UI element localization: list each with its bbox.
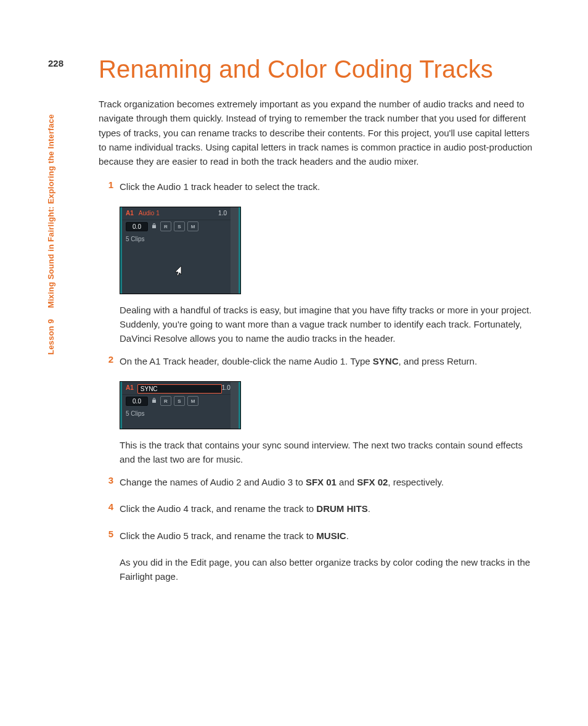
track-color-strip-right bbox=[239, 382, 240, 429]
solo-button[interactable]: S bbox=[174, 396, 185, 406]
text-run: , respectively. bbox=[388, 477, 444, 487]
text-run: On the A1 Track header, double-click the… bbox=[120, 356, 373, 366]
bold-run: DRUM HITS bbox=[316, 503, 367, 514]
track-header-row[interactable]: A1 1.0 bbox=[122, 382, 231, 394]
mute-button[interactable]: M bbox=[187, 396, 198, 406]
step-body: Click the Audio 1 track header to select… bbox=[120, 179, 539, 200]
record-arm-button[interactable]: R bbox=[160, 221, 171, 231]
side-lesson-label: Lesson 9 bbox=[46, 319, 55, 355]
step-number: 5 bbox=[99, 529, 120, 549]
track-id-label: A1 bbox=[126, 210, 134, 217]
paragraph: This is the track that contains your syn… bbox=[120, 438, 539, 467]
step-number: 3 bbox=[99, 475, 120, 495]
text-run: Click the Audio 4 track, and rename the … bbox=[120, 503, 316, 514]
intro-paragraph: Track organization becomes extremely imp… bbox=[99, 97, 539, 168]
track-color-strip-right bbox=[239, 207, 240, 294]
step-1: 1 Click the Audio 1 track header to sele… bbox=[99, 179, 539, 200]
text-run: . bbox=[368, 503, 370, 514]
text-run: Click the Audio 5 track, and rename the … bbox=[120, 530, 316, 541]
bold-run: MUSIC bbox=[316, 530, 346, 541]
solo-button[interactable]: S bbox=[174, 221, 185, 231]
explain-after-step-2: This is the track that contains your syn… bbox=[120, 438, 539, 467]
side-running-head: Lesson 9 Mixing Sound in Fairlight: Expl… bbox=[46, 114, 55, 355]
side-chapter-title: Mixing Sound in Fairlight: Exploring the… bbox=[46, 114, 55, 308]
bold-run: SFX 02 bbox=[357, 477, 388, 487]
step-body: Change the names of Audio 2 and Audio 3 … bbox=[120, 475, 539, 495]
bold-run: SFX 01 bbox=[306, 477, 337, 487]
page-number: 228 bbox=[48, 58, 63, 68]
step-number: 2 bbox=[99, 354, 120, 374]
track-volume-readout[interactable]: 0.0 bbox=[126, 397, 148, 406]
cursor-icon bbox=[173, 265, 182, 278]
page-title: Renaming and Color Coding Tracks bbox=[99, 56, 539, 83]
step-text: On the A1 Track header, double-click the… bbox=[120, 354, 539, 368]
track-gutter bbox=[231, 207, 239, 294]
step-body: On the A1 Track header, double-click the… bbox=[120, 354, 539, 374]
clips-count-label: 5 Clips bbox=[126, 236, 145, 242]
explain-after-step-1: Dealing with a handful of tracks is easy… bbox=[120, 303, 539, 346]
step-text: Click the Audio 4 track, and rename the … bbox=[120, 501, 539, 516]
text-run: Change the names of Audio 2 and Audio 3 … bbox=[120, 477, 306, 487]
paragraph: As you did in the Edit page, you can als… bbox=[120, 555, 539, 584]
track-id-label: A1 bbox=[126, 384, 134, 391]
record-arm-button[interactable]: R bbox=[160, 396, 171, 406]
step-body: Click the Audio 5 track, and rename the … bbox=[120, 529, 539, 549]
track-name-edit-wrap bbox=[137, 382, 222, 394]
track-header-row[interactable]: A1 Audio 1 1.0 bbox=[122, 207, 231, 220]
track-name-input[interactable] bbox=[137, 384, 222, 394]
track-gutter bbox=[231, 382, 239, 429]
text-run: , and press Return. bbox=[399, 356, 478, 366]
step-5: 5 Click the Audio 5 track, and rename th… bbox=[99, 529, 539, 549]
step-text: Change the names of Audio 2 and Audio 3 … bbox=[120, 475, 539, 489]
step-text: Click the Audio 1 track header to select… bbox=[120, 179, 539, 194]
text-run: and bbox=[337, 477, 357, 487]
track-name-label[interactable]: Audio 1 bbox=[139, 210, 218, 217]
step-2: 2 On the A1 Track header, double-click t… bbox=[99, 354, 539, 374]
page: 228 Lesson 9 Mixing Sound in Fairlight: … bbox=[0, 0, 588, 726]
step-number: 1 bbox=[99, 179, 120, 200]
track-meter-value: 1.0 bbox=[222, 384, 231, 391]
clips-count-label: 5 Clips bbox=[126, 410, 145, 417]
track-controls-row: 0.0 R S M bbox=[122, 220, 231, 233]
step-number: 4 bbox=[99, 501, 120, 522]
track-meter-value: 1.0 bbox=[218, 210, 227, 217]
step-3: 3 Change the names of Audio 2 and Audio … bbox=[99, 475, 539, 495]
bold-run: SYNC bbox=[373, 356, 399, 366]
track-controls-row: 0.0 R S M bbox=[122, 394, 231, 408]
step-text: Click the Audio 5 track, and rename the … bbox=[120, 529, 539, 543]
mute-button[interactable]: M bbox=[187, 221, 198, 231]
lock-icon[interactable] bbox=[150, 223, 158, 230]
text-run: . bbox=[346, 530, 349, 541]
explain-after-step-5: As you did in the Edit page, you can als… bbox=[120, 555, 539, 584]
lock-icon[interactable] bbox=[150, 397, 158, 405]
paragraph: Dealing with a handful of tracks is easy… bbox=[120, 303, 539, 346]
screenshot-track-header-select: A1 Audio 1 1.0 0.0 R S M 5 Clips bbox=[120, 207, 241, 294]
step-4: 4 Click the Audio 4 track, and rename th… bbox=[99, 501, 539, 522]
screenshot-track-header-rename: A1 1.0 0.0 R S M 5 Clips bbox=[120, 381, 241, 429]
step-body: Click the Audio 4 track, and rename the … bbox=[120, 501, 539, 522]
track-volume-readout[interactable]: 0.0 bbox=[126, 222, 148, 231]
